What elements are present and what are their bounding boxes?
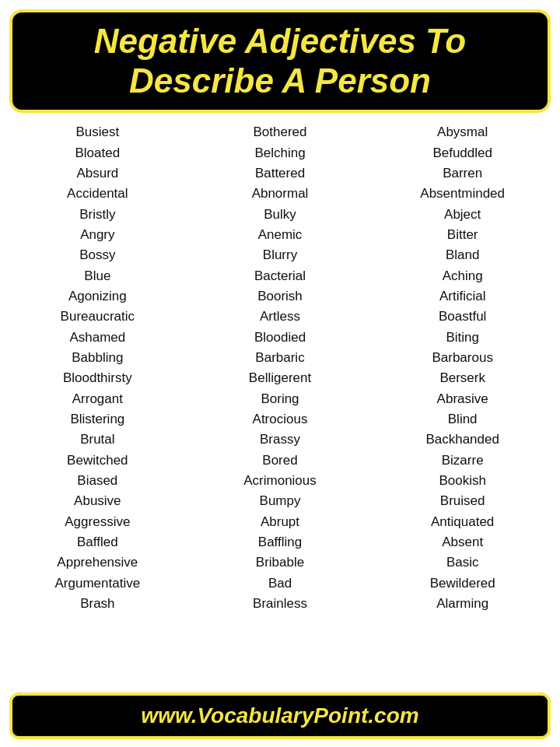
list-item: Antiquated (431, 512, 494, 532)
list-item: Abusive (74, 491, 121, 511)
page-footer: www.VocabularyPoint.com (9, 693, 551, 739)
list-item: Brassy (260, 430, 300, 450)
footer-url: www.VocabularyPoint.com (141, 703, 418, 728)
list-item: Aggressive (65, 512, 130, 532)
list-item: Bored (262, 451, 297, 471)
column-1: BusiestBloatedAbsurdAccidentalBristlyAng… (6, 122, 189, 685)
list-item: Barbarous (432, 348, 492, 368)
list-item: Abysmal (437, 122, 488, 142)
list-item: Barren (443, 163, 482, 184)
list-item: Absurd (76, 163, 118, 184)
list-item: Belching (254, 143, 305, 163)
list-item: Ashamed (69, 328, 125, 348)
list-item: Aching (443, 266, 483, 286)
list-item: Belligerent (249, 368, 311, 388)
list-item: Arrogant (72, 389, 123, 409)
list-item: Blurry (263, 245, 297, 265)
list-item: Blind (448, 409, 478, 430)
list-item: Basic (446, 552, 479, 573)
list-item: Brainless (253, 594, 307, 614)
list-item: Berserk (439, 368, 485, 388)
list-item: Befuddled (432, 143, 492, 163)
list-item: Boorish (257, 286, 303, 307)
list-item: Bookish (439, 471, 485, 491)
list-item: Baffled (77, 532, 118, 552)
list-item: Bad (268, 573, 292, 594)
list-item: Atrocious (253, 409, 308, 430)
list-item: Artless (260, 307, 300, 327)
list-item: Biased (77, 471, 117, 491)
column-3: AbysmalBefuddledBarrenAbsentmindedAbject… (371, 122, 554, 685)
list-item: Absentminded (420, 184, 505, 204)
list-item: Bewildered (430, 573, 495, 594)
list-item: Bruised (440, 491, 485, 511)
list-item: Bulky (264, 205, 296, 225)
list-item: Bacterial (254, 266, 306, 286)
list-item: Brutal (80, 430, 114, 450)
list-item: Boring (261, 389, 299, 409)
list-item: Barbaric (255, 348, 304, 368)
list-item: Boastful (439, 307, 486, 327)
list-item: Angry (80, 225, 114, 245)
list-item: Argumentative (55, 573, 141, 594)
list-item: Apprehensive (57, 552, 138, 573)
list-item: Absent (442, 532, 483, 552)
list-item: Babbling (72, 348, 123, 368)
list-item: Artificial (439, 286, 486, 307)
list-item: Bristly (79, 205, 115, 225)
word-list-content: BusiestBloatedAbsurdAccidentalBristlyAng… (0, 119, 560, 688)
list-item: Blue (84, 266, 110, 286)
list-item: Bumpy (260, 491, 301, 511)
list-item: Bossy (79, 245, 115, 265)
list-item: Abnormal (252, 184, 309, 204)
list-item: Backhanded (425, 430, 499, 450)
list-item: Acrimonious (243, 471, 317, 491)
list-item: Bizarre (442, 451, 484, 471)
list-item: Accidental (67, 184, 128, 204)
list-item: Bribable (256, 552, 304, 573)
list-item: Abrupt (261, 512, 299, 532)
list-item: Bewitched (67, 451, 128, 471)
list-item: Blistering (70, 409, 124, 430)
list-item: Brash (80, 594, 114, 614)
list-item: Battered (255, 163, 305, 184)
list-item: Busiest (75, 122, 119, 142)
list-item: Baffling (258, 532, 302, 552)
list-item: Bland (446, 245, 479, 265)
list-item: Biting (446, 328, 479, 348)
list-item: Bitter (447, 225, 478, 245)
list-item: Bothered (254, 122, 307, 142)
header-title-line2: Describe A Person (129, 61, 431, 100)
list-item: Abject (444, 205, 481, 225)
list-item: Bloodthirsty (63, 368, 132, 388)
list-item: Agonizing (68, 286, 127, 307)
header-title: Negative Adjectives To Describe A Person (25, 22, 535, 100)
column-2: BotheredBelchingBatteredAbnormalBulkyAne… (189, 122, 372, 685)
header-title-line1: Negative Adjectives To (94, 22, 466, 60)
list-item: Bloated (75, 143, 121, 163)
list-item: Bloodied (254, 328, 306, 348)
list-item: Alarming (436, 594, 488, 614)
list-item: Bureaucratic (61, 307, 135, 327)
list-item: Abrasive (437, 389, 488, 409)
page-header: Negative Adjectives To Describe A Person (9, 9, 551, 113)
list-item: Anemic (258, 225, 303, 245)
